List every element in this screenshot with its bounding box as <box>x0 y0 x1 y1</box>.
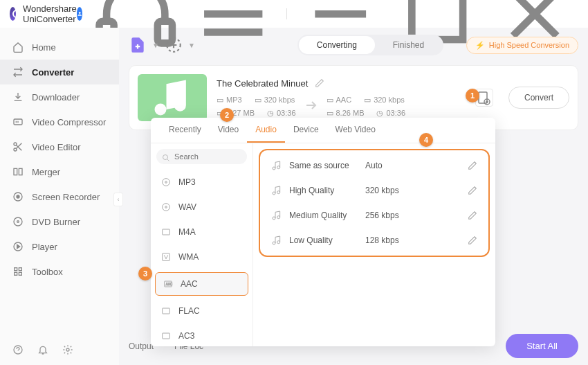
music-icon <box>271 210 282 221</box>
svg-rect-13 <box>14 168 17 175</box>
titlebar: Wondershare UniConverter <box>0 0 588 28</box>
svg-point-31 <box>165 181 167 184</box>
grid-icon <box>12 266 24 277</box>
quality-medium[interactable]: Medium Quality256 kbps <box>263 203 486 228</box>
svg-point-46 <box>273 242 275 244</box>
sidebar-item-merger[interactable]: Merger <box>0 159 119 184</box>
annotation-badge-2: 2 <box>220 108 234 122</box>
search-box[interactable] <box>156 149 247 164</box>
sidebar-item-compressor[interactable]: Video Compressor <box>0 109 119 134</box>
quality-low[interactable]: Low Quality128 kbps <box>263 228 486 253</box>
sidebar-item-home[interactable]: Home <box>0 35 119 60</box>
svg-rect-39 <box>163 333 170 339</box>
tab-device[interactable]: Device <box>285 118 327 143</box>
edit-icon[interactable] <box>468 211 477 220</box>
bell-icon[interactable] <box>37 344 48 355</box>
format-wma[interactable]: WMA <box>151 244 252 269</box>
app-title: Wondershare UniConverter <box>23 3 77 24</box>
tab-webvideo[interactable]: Web Video <box>327 118 384 143</box>
format-aac[interactable]: AACAAC <box>155 272 248 296</box>
music-icon <box>271 235 282 246</box>
sidebar-item-recorder[interactable]: Screen Recorder <box>0 184 119 209</box>
format-icon: ▭ <box>217 96 223 105</box>
svg-point-45 <box>277 216 280 219</box>
high-speed-button[interactable]: ⚡ High Speed Conversion <box>466 37 578 54</box>
tab-audio[interactable]: Audio <box>247 118 285 143</box>
format-popup: Recently Video Audio Device Web Video MP… <box>151 118 495 346</box>
tab-finished[interactable]: Finished <box>375 36 442 54</box>
help-icon[interactable] <box>12 344 24 355</box>
disc-icon <box>12 216 24 227</box>
quality-same[interactable]: Same as sourceAuto <box>263 153 486 178</box>
audio-format-icon <box>160 305 172 317</box>
svg-rect-14 <box>19 168 22 175</box>
audio-format-icon <box>160 177 172 188</box>
svg-point-47 <box>277 241 280 244</box>
svg-rect-23 <box>19 272 21 275</box>
user-avatar[interactable] <box>77 7 82 21</box>
audio-format-icon <box>160 202 172 213</box>
search-input[interactable] <box>174 152 237 161</box>
output-label: Output <box>129 341 154 351</box>
svg-point-32 <box>163 204 170 211</box>
lightning-icon: ⚡ <box>475 41 485 50</box>
annotation-badge-3: 3 <box>138 267 152 281</box>
edit-icon[interactable] <box>468 161 477 170</box>
sidebar-item-player[interactable]: Player <box>0 234 119 259</box>
audio-format-icon: AAC <box>163 278 174 290</box>
svg-rect-20 <box>15 268 17 271</box>
bitrate-icon: ▭ <box>255 96 261 105</box>
add-folder-button[interactable] <box>165 36 183 54</box>
svg-rect-21 <box>19 268 21 271</box>
format-list: MP3 WAV M4A WMA AACAAC FLAC AC3 <box>151 143 253 346</box>
file-thumbnail <box>138 74 207 121</box>
sidebar-item-converter[interactable]: Converter <box>0 60 119 84</box>
add-file-button[interactable] <box>129 36 147 54</box>
topbar: ▼ ▼ Converting Finished ⚡ High Speed Con… <box>129 35 578 55</box>
svg-point-16 <box>17 195 19 198</box>
record-icon <box>12 191 24 202</box>
svg-point-18 <box>17 221 19 223</box>
arrow-icon <box>303 97 320 116</box>
format-flac[interactable]: FLAC <box>151 299 252 323</box>
svg-rect-34 <box>163 229 170 235</box>
sidebar-collapse-handle[interactable]: ‹ <box>113 193 123 206</box>
edit-icon[interactable] <box>468 235 477 245</box>
svg-point-17 <box>14 217 22 226</box>
sidebar-item-toolbox[interactable]: Toolbox <box>0 259 119 284</box>
svg-point-29 <box>163 155 168 160</box>
format-mp3[interactable]: MP3 <box>151 170 252 195</box>
merge-icon <box>12 166 24 177</box>
quality-high[interactable]: High Quality320 kbps <box>263 178 486 203</box>
sidebar-item-editor[interactable]: Video Editor <box>0 134 119 159</box>
annotation-badge-1: 1 <box>466 89 479 103</box>
popup-tabs: Recently Video Audio Device Web Video <box>151 118 495 143</box>
format-m4a[interactable]: M4A <box>151 220 252 244</box>
edit-name-icon[interactable] <box>315 78 324 88</box>
start-all-button[interactable]: Start All <box>506 334 578 358</box>
tab-converting[interactable]: Converting <box>299 36 375 54</box>
chevron-down-icon[interactable]: ▼ <box>188 42 195 49</box>
chevron-down-icon[interactable]: ▼ <box>152 42 159 49</box>
app-logo <box>10 7 16 21</box>
sidebar-item-dvd[interactable]: DVD Burner <box>0 209 119 234</box>
svg-point-25 <box>66 348 69 351</box>
format-icon: ▭ <box>327 96 333 105</box>
svg-point-12 <box>14 148 17 151</box>
svg-point-40 <box>273 167 275 170</box>
play-icon <box>12 241 24 252</box>
svg-point-0 <box>79 12 81 14</box>
svg-point-44 <box>273 217 275 220</box>
quality-list: Same as sourceAuto High Quality320 kbps … <box>253 143 495 346</box>
edit-icon[interactable] <box>468 186 477 195</box>
convert-button[interactable]: Convert <box>508 87 569 109</box>
svg-point-30 <box>163 179 170 186</box>
format-wav[interactable]: WAV <box>151 195 252 220</box>
gear-icon[interactable] <box>62 344 73 355</box>
converter-icon <box>12 66 24 78</box>
svg-point-11 <box>14 143 17 145</box>
sidebar-item-downloader[interactable]: Downloader <box>0 84 119 109</box>
tab-recently[interactable]: Recently <box>160 118 210 143</box>
annotation-badge-4: 4 <box>419 133 433 147</box>
format-ac3[interactable]: AC3 <box>151 323 252 346</box>
